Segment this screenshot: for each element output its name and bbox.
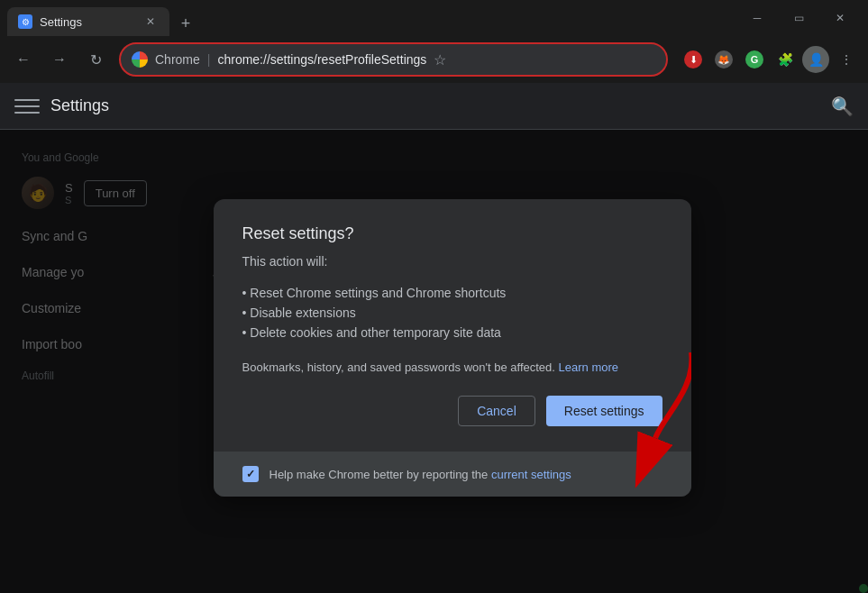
search-icon[interactable]: 🔍	[831, 96, 854, 117]
dialog-actions-list: Reset Chrome settings and Chrome shortcu…	[242, 283, 662, 342]
address-separator: |	[207, 52, 211, 67]
maximize-button[interactable]: ▭	[778, 0, 819, 36]
dialog-note: Bookmarks, history, and saved passwords …	[242, 360, 662, 374]
dialog-footer: Help make Chrome better by reporting the…	[214, 452, 691, 497]
extension-icon-2[interactable]: G	[740, 45, 769, 74]
tab-title: Settings	[40, 15, 135, 29]
site-icon	[132, 51, 148, 68]
new-tab-button[interactable]: +	[173, 11, 198, 36]
cancel-button[interactable]: Cancel	[458, 396, 535, 426]
hamburger-menu-button[interactable]	[14, 99, 40, 114]
main-content: You and Google 🧑 S S Turn off Sync and G…	[0, 130, 868, 593]
dialog-subtitle: This action will:	[242, 254, 662, 269]
reset-settings-dialog: Reset settings? This action will: Reset …	[214, 199, 691, 497]
address-url: chrome://settings/resetProfileSettings	[217, 52, 426, 67]
list-item-1: Reset Chrome settings and Chrome shortcu…	[242, 283, 662, 303]
bookmark-star-icon[interactable]: ☆	[434, 51, 446, 68]
settings-toolbar: Settings 🔍	[0, 83, 868, 130]
tab-close-button[interactable]: ✕	[142, 14, 159, 30]
extensions-puzzle-icon[interactable]: 🧩	[771, 45, 799, 74]
tab-area: ⚙ Settings ✕ +	[7, 0, 733, 36]
close-window-button[interactable]: ✕	[819, 0, 861, 36]
download-icon[interactable]: ⬇	[679, 45, 708, 74]
dialog-title: Reset settings?	[242, 224, 662, 243]
window-controls: ─ ▭ ✕	[736, 0, 861, 36]
title-bar: ⚙ Settings ✕ + ─ ▭ ✕	[0, 0, 868, 36]
list-item-3: Delete cookies and other temporary site …	[242, 323, 662, 342]
toolbar-icons: ⬇ 🦊 G 🧩 👤 ⋮	[679, 45, 861, 74]
footer-text: Help make Chrome better by reporting the…	[270, 468, 571, 481]
modal-overlay: Reset settings? This action will: Reset …	[0, 130, 868, 593]
dialog-buttons: Cancel Reset settings	[242, 396, 662, 426]
active-tab[interactable]: ⚙ Settings ✕	[7, 7, 169, 36]
minimize-button[interactable]: ─	[736, 0, 778, 36]
forward-button[interactable]: →	[43, 43, 76, 76]
extension-icon-1[interactable]: 🦊	[709, 45, 738, 74]
nav-bar: ← → ↻ Chrome | chrome://settings/resetPr…	[0, 36, 868, 83]
page-title: Settings	[50, 96, 109, 115]
help-chrome-checkbox[interactable]	[242, 466, 259, 482]
dialog-main-content: Reset settings? This action will: Reset …	[214, 199, 691, 452]
current-settings-link[interactable]: current settings	[491, 468, 571, 481]
address-domain: Chrome	[155, 52, 200, 67]
more-options-icon[interactable]: ⋮	[832, 45, 861, 74]
address-bar[interactable]: Chrome | chrome://settings/resetProfileS…	[119, 42, 668, 77]
reload-button[interactable]: ↻	[79, 43, 112, 76]
reset-settings-button[interactable]: Reset settings	[546, 396, 662, 426]
profile-avatar[interactable]: 👤	[801, 45, 830, 74]
tab-favicon: ⚙	[18, 14, 32, 29]
learn-more-link[interactable]: Learn more	[559, 360, 618, 374]
list-item-2: Disable extensions	[242, 303, 662, 323]
back-button[interactable]: ←	[7, 43, 40, 76]
